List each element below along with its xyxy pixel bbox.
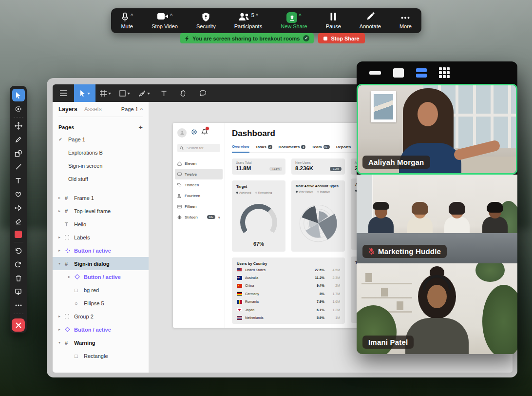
chevron-down-icon[interactable] [147,93,150,95]
gallery-view-button[interactable] [439,67,450,78]
sidebar-item-twelve[interactable]: Twelve [175,169,223,179]
caret-collapsed-icon[interactable]: ▸ [58,235,65,239]
pen-tool-button[interactable] [134,84,154,102]
page-item[interactable]: Old stuff [58,172,143,185]
stop-video-button[interactable]: ^ Stop Video [152,12,178,29]
settings-gear-icon[interactable] [191,128,197,137]
tab-layers[interactable]: Layers [58,106,77,113]
stop-share-button[interactable]: Stop Share [318,33,364,43]
sidebar-item-sixteen[interactable]: Sixteen 18+ ∨ [175,212,223,222]
move-tool-button[interactable] [74,84,95,102]
save-button[interactable] [12,285,25,298]
chevron-down-icon[interactable] [127,93,130,95]
video-tile-aaliyah-morgan[interactable]: Aaliyah Morgan [357,84,517,175]
select-arrow-tool[interactable] [12,89,25,101]
minimize-view-button[interactable] [369,71,381,75]
delete-trash-button[interactable] [12,272,25,284]
tab-overview[interactable]: Overview [232,144,249,153]
chevron-up-icon[interactable]: ^ [170,13,172,18]
text-tool-button[interactable] [154,84,173,102]
caret-collapsed-icon[interactable]: ▸ [58,248,65,253]
page-item[interactable]: ✓ Page 1 [58,133,143,146]
layer-row[interactable]: ▸ # Top-level frame [58,204,143,218]
line-tool[interactable] [12,160,25,173]
strip-view-button[interactable] [416,68,427,78]
video-tile-marketing-huddle[interactable]: Marketing Huddle [357,175,517,263]
eraser-tool[interactable] [12,215,25,228]
avatar[interactable] [177,128,187,138]
arrow-stamp-tool[interactable] [12,201,25,214]
layer-row-component[interactable]: ▸ Button / active [58,244,143,257]
layer-row-selected[interactable]: ▾ # Sign-in dialog [53,257,149,270]
comment-tool-button[interactable] [193,84,212,102]
tab-assets[interactable]: Assets [84,106,102,113]
undo-button[interactable] [12,244,25,257]
caret-expanded-icon[interactable]: ▾ [58,340,65,345]
sidebar-item-fifteen[interactable]: Fifteen [175,201,223,212]
heart-stamp-tool[interactable] [12,188,25,200]
speaker-view-button[interactable] [393,68,404,78]
shape-tool-button[interactable] [115,84,134,102]
account-types-card[interactable]: Most Active Account Types Very Active In… [291,180,345,252]
mute-button[interactable]: ^ Mute [121,12,133,29]
participants-button[interactable]: 5 ^ Participants [234,12,262,29]
hand-tool-button[interactable] [173,84,193,102]
tab-team[interactable]: Team99+ [312,145,330,152]
annotate-button[interactable]: Annotate [360,12,381,29]
tab-tasks[interactable]: Tasks2 [256,145,272,152]
layer-row[interactable]: □ bg red [58,283,143,297]
tab-reports[interactable]: Reports [336,145,351,152]
layer-row-component[interactable]: ▸ Button / active [58,323,143,336]
layer-row[interactable]: ○ Ellipse 5 [58,297,143,310]
chevron-down-icon[interactable] [108,93,111,95]
add-page-button[interactable]: + [138,124,143,131]
security-button[interactable]: Security [196,12,216,29]
main-menu-button[interactable] [53,84,74,102]
stat-card-new-users[interactable]: New Users 8.236K -1.2% [291,158,345,175]
shapes-tool[interactable] [12,147,25,159]
caret-expanded-icon[interactable]: ▾ [58,261,65,266]
dashboard-search[interactable] [177,144,220,152]
chevron-up-icon[interactable]: ^ [256,13,258,18]
draw-pencil-tool[interactable] [12,133,25,146]
page-item[interactable]: Sign-in screen [58,159,143,172]
sidebar-item-thirteen[interactable]: Thirteen [175,179,223,190]
layer-row[interactable]: □ Rectangle [58,349,143,362]
video-tile-imani-patel[interactable]: Imani Patel [357,263,517,354]
caret-collapsed-icon[interactable]: ▸ [58,196,65,200]
page-item[interactable]: Explorations B [58,146,143,159]
move-tool[interactable] [12,119,25,132]
caret-collapsed-icon[interactable]: ▸ [58,327,65,332]
color-swatch[interactable] [15,231,22,238]
more-button[interactable]: More [399,12,412,29]
close-annotation-button[interactable] [12,318,25,332]
chevron-down-icon[interactable] [87,93,90,95]
target-gauge-card[interactable]: Target Achieved Remaining 67% [232,180,285,252]
users-by-country-card[interactable]: Users by Country United States 27.5% 4.5… [232,257,345,324]
layer-row[interactable]: ▸ Group 2 [58,310,143,323]
search-input[interactable] [186,145,220,151]
redo-button[interactable] [12,258,25,271]
stat-card-users-total[interactable]: Users Total 11.8M +2.5% [232,158,285,175]
more-tools-button[interactable] [12,299,25,312]
frame-tool-button[interactable] [95,84,115,102]
layer-row-component[interactable]: ▸ Button / active [58,270,143,283]
layer-row[interactable]: ▸ # Frame 1 [58,191,143,204]
caret-collapsed-icon[interactable]: ▸ [58,314,65,318]
sidebar-item-eleven[interactable]: Eleven [175,158,223,169]
pause-button[interactable]: Pause [326,12,341,29]
notifications-bell-icon[interactable] [202,128,208,137]
caret-collapsed-icon[interactable]: ▸ [58,209,65,213]
layer-row[interactable]: ▾ # Warning [58,336,143,349]
layer-row[interactable]: ▸ Labels [58,231,143,244]
tab-documents[interactable]: Documents3 [279,145,306,152]
caret-collapsed-icon[interactable]: ▸ [68,275,75,279]
text-tool[interactable] [12,174,25,187]
new-share-button[interactable]: ^ New Share [281,12,307,29]
chevron-up-icon[interactable]: ^ [299,13,301,18]
sidebar-item-fourteen[interactable]: Fourteen [175,190,223,201]
chevron-up-icon[interactable]: ^ [131,13,133,18]
chevron-down-icon[interactable]: ∨ [218,216,220,219]
spotlight-tool[interactable] [12,102,25,115]
layer-row[interactable]: T Hello [58,218,143,231]
